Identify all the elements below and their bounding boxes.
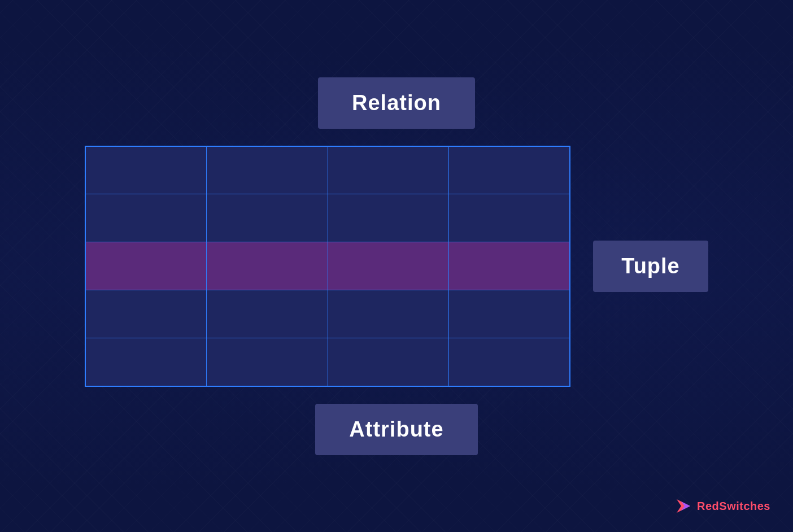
table-cell xyxy=(207,290,328,338)
logo-icon xyxy=(674,497,692,515)
logo-text: RedSwitches xyxy=(697,500,770,513)
table-cell xyxy=(449,338,570,386)
logo-white-text: Switches xyxy=(719,500,770,512)
table-cell xyxy=(207,194,328,242)
table-cell xyxy=(328,194,448,242)
table-row xyxy=(85,338,570,386)
table-cell xyxy=(449,146,570,194)
table-cell xyxy=(207,338,328,386)
table-row xyxy=(85,146,570,194)
table-cell xyxy=(328,338,448,386)
attribute-label: Attribute xyxy=(315,404,477,455)
tuple-cell xyxy=(207,242,328,290)
table-cell xyxy=(85,146,207,194)
table-row xyxy=(85,290,570,338)
table-cell xyxy=(328,290,448,338)
table-cell xyxy=(449,194,570,242)
table-row xyxy=(85,194,570,242)
table-cell xyxy=(85,194,207,242)
relation-label: Relation xyxy=(318,77,475,129)
logo-container: RedSwitches xyxy=(674,497,770,515)
table-cell xyxy=(85,290,207,338)
db-table xyxy=(85,146,570,387)
tuple-row xyxy=(85,242,570,290)
table-cell xyxy=(85,338,207,386)
tuple-cell xyxy=(328,242,448,290)
table-cell xyxy=(207,146,328,194)
logo-red-text: Red xyxy=(697,500,719,512)
table-wrapper: Tuple xyxy=(85,146,708,387)
tuple-cell xyxy=(85,242,207,290)
tuple-cell xyxy=(449,242,570,290)
table-cell xyxy=(449,290,570,338)
tuple-label: Tuple xyxy=(593,241,708,292)
main-container: Relation xyxy=(85,77,708,455)
table-cell xyxy=(328,146,448,194)
